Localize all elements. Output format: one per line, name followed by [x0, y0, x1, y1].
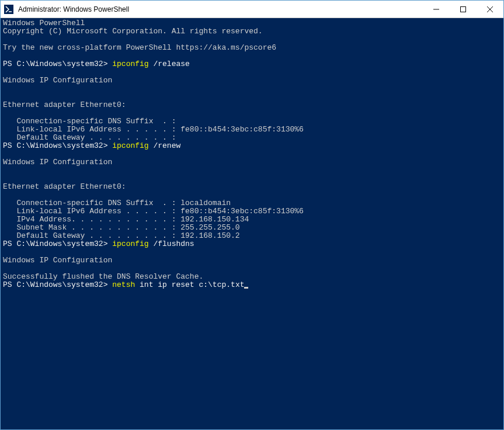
command-text: ipconfig: [112, 141, 148, 150]
output-line: Ethernet adapter Ethernet0:: [3, 183, 501, 191]
powershell-icon: [4, 5, 13, 14]
prompt-line: PS C:\Windows\system32> netsh int ip res…: [3, 281, 501, 289]
output-line: [3, 93, 501, 101]
prompt-prefix: PS C:\Windows\system32>: [3, 60, 112, 68]
command-args: int ip reset c:\tcp.txt: [135, 280, 244, 289]
output-line: Try the new cross-platform PowerShell ht…: [3, 44, 501, 52]
prompt-line: PS C:\Windows\system32> ipconfig /releas…: [3, 60, 501, 68]
command-text: ipconfig: [112, 240, 148, 248]
window-controls: [423, 1, 503, 18]
output-line: Default Gateway . . . . . . . . . : 192.…: [3, 232, 501, 240]
close-button[interactable]: [477, 1, 503, 18]
output-line: [3, 175, 501, 183]
output-line: Link-local IPv6 Address . . . . . : fe80…: [3, 126, 501, 134]
prompt-prefix: PS C:\Windows\system32>: [3, 280, 112, 289]
prompt-prefix: PS C:\Windows\system32>: [3, 240, 112, 248]
output-line: Successfully flushed the DNS Resolver Ca…: [3, 273, 501, 281]
output-line: Default Gateway . . . . . . . . . :: [3, 134, 501, 142]
command-text: netsh: [112, 280, 135, 289]
powershell-window: Administrator: Windows PowerShell Window…: [0, 0, 504, 430]
output-line: [3, 36, 501, 44]
output-line: Ethernet adapter Ethernet0:: [3, 101, 501, 109]
titlebar[interactable]: Administrator: Windows PowerShell: [1, 1, 503, 18]
svg-rect-3: [461, 6, 466, 12]
output-line: Copyright (C) Microsoft Corporation. All…: [3, 27, 501, 36]
output-line: Connection-specific DNS Suffix . : local…: [3, 199, 501, 207]
output-line: [3, 167, 501, 175]
terminal-output[interactable]: Windows PowerShellCopyright (C) Microsof…: [1, 18, 503, 429]
prompt-line: PS C:\Windows\system32> ipconfig /renew: [3, 142, 501, 150]
output-line: [3, 248, 501, 256]
output-line: Subnet Mask . . . . . . . . . . . : 255.…: [3, 224, 501, 232]
output-line: Connection-specific DNS Suffix . :: [3, 117, 501, 126]
output-line: [3, 68, 501, 77]
output-line: Windows PowerShell: [3, 19, 501, 27]
prompt-prefix: PS C:\Windows\system32>: [3, 141, 112, 150]
output-line: Windows IP Configuration: [3, 77, 501, 85]
command-args: /release: [149, 60, 190, 68]
output-line: Windows IP Configuration: [3, 256, 501, 265]
output-line: [3, 52, 501, 60]
minimize-button[interactable]: [423, 1, 450, 18]
output-line: [3, 85, 501, 93]
command-args: /flushdns: [149, 240, 194, 248]
output-line: Windows IP Configuration: [3, 158, 501, 167]
output-line: [3, 109, 501, 117]
output-line: IPv4 Address. . . . . . . . . . . : 192.…: [3, 216, 501, 224]
output-line: [3, 191, 501, 199]
output-line: Link-local IPv6 Address . . . . . : fe80…: [3, 207, 501, 216]
output-line: [3, 265, 501, 273]
window-title: Administrator: Windows PowerShell: [17, 5, 423, 13]
maximize-button[interactable]: [450, 1, 477, 18]
prompt-line: PS C:\Windows\system32> ipconfig /flushd…: [3, 240, 501, 248]
command-text: ipconfig: [112, 60, 148, 68]
command-args: /renew: [149, 141, 181, 150]
cursor: [244, 287, 248, 289]
output-line: [3, 150, 501, 158]
